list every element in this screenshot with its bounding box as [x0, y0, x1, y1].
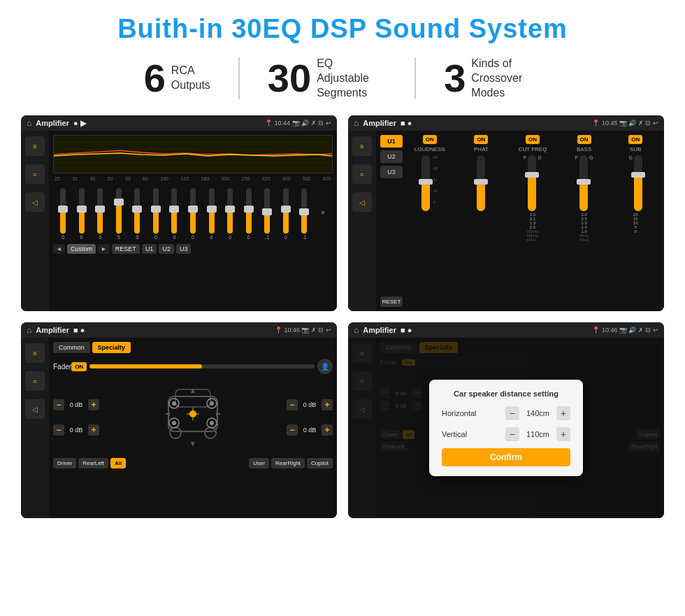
- fader-fl-minus[interactable]: −: [53, 399, 64, 410]
- cross-presets: U1 U2 U3 RESET: [380, 135, 403, 307]
- eq-wave-btn[interactable]: ≈: [25, 164, 45, 184]
- fader-rl-plus[interactable]: +: [88, 424, 99, 436]
- svg-point-7: [205, 427, 216, 438]
- cross-phat-slider[interactable]: [477, 155, 485, 211]
- eq-slider-14[interactable]: -1: [296, 188, 313, 240]
- fader-rearright-btn[interactable]: RearRight: [271, 458, 305, 468]
- fader-speaker-btn[interactable]: ◁: [25, 399, 45, 419]
- cross-loudness-toggle[interactable]: ON: [423, 135, 437, 144]
- fader-rearleft-btn[interactable]: RearLeft: [78, 458, 108, 468]
- stat-crossover-text: Kinds ofCrossover Modes: [471, 57, 541, 100]
- eq-slider-3[interactable]: 0: [92, 188, 109, 240]
- fader-fl-plus[interactable]: +: [88, 399, 99, 410]
- eq-slider-7[interactable]: 0: [166, 188, 183, 240]
- fader-rl-minus[interactable]: −: [53, 424, 64, 436]
- cross-u1-btn[interactable]: U1: [380, 135, 403, 148]
- eq-speaker-btn[interactable]: ◁: [25, 192, 45, 212]
- fader-driver-btn[interactable]: Driver: [53, 458, 76, 468]
- cross-loudness: ON LOUDNESS 644832160: [405, 135, 454, 307]
- fader-status-icons: 📍 10:46 📷 ✗ ⊟ ↩: [275, 327, 331, 334]
- cross-loudness-slider1[interactable]: [421, 155, 430, 211]
- cross-sub-slider[interactable]: [634, 155, 642, 211]
- stat-crossover-number: 3: [444, 59, 466, 98]
- fader-rr-control: − 0 dB +: [287, 424, 333, 436]
- eq-u3-btn[interactable]: U3: [176, 244, 192, 254]
- cross-reset-btn[interactable]: RESET: [380, 296, 403, 307]
- cross-bass-slider[interactable]: [579, 155, 588, 211]
- cross-home-icon: ⌂: [354, 118, 359, 128]
- eq-more-btn[interactable]: »: [314, 208, 331, 216]
- fader-status-bar: ⌂ Amplifier ■ ● 📍 10:46 📷 ✗ ⊟ ↩: [21, 322, 337, 338]
- svg-point-6: [170, 427, 181, 438]
- eq-status-icons: 📍 10:44 📷 🔊 ✗ ⊟ ↩: [265, 120, 331, 127]
- eq-slider-1[interactable]: 0: [55, 188, 72, 240]
- crossover-screen-box: ⌂ Amplifier ■ ● 📍 10:45 📷 🔊 ✗ ⊟ ↩ ≡ ≈ ◁ …: [348, 115, 664, 311]
- fader-app-title: Amplifier ■ ●: [36, 326, 271, 334]
- cross-sub-toggle[interactable]: ON: [628, 135, 642, 144]
- cross-u2-btn[interactable]: U2: [380, 150, 403, 163]
- fader-user-btn[interactable]: User: [249, 458, 269, 468]
- dist-confirm-btn[interactable]: Confirm: [442, 448, 570, 466]
- fader-rl-control: − 0 dB +: [53, 424, 99, 436]
- svg-marker-22: [216, 412, 221, 416]
- fader-tab-specialty[interactable]: Specialty: [92, 342, 131, 353]
- cross-phat-toggle[interactable]: ON: [474, 135, 488, 144]
- dist-vertical-row: Vertical − 110cm +: [442, 427, 570, 441]
- eq-prev-btn[interactable]: ◄: [53, 244, 65, 254]
- screenshots-grid: ⌂ Amplifier ● ▶ 📍 10:44 📷 🔊 ✗ ⊟ ↩ ≡ ≈ ◁: [21, 115, 664, 518]
- fader-fr-minus[interactable]: −: [287, 399, 298, 410]
- dist-h-plus[interactable]: +: [556, 406, 570, 420]
- cross-bass-toggle[interactable]: ON: [577, 135, 591, 144]
- fader-tab-common[interactable]: Common: [53, 342, 90, 353]
- fader-fr-plus[interactable]: +: [322, 399, 333, 410]
- crossover-content: ≡ ≈ ◁ U1 U2 U3 RESET ON: [348, 131, 664, 311]
- eq-next-btn[interactable]: ►: [98, 244, 110, 254]
- eq-slider-13[interactable]: 0: [277, 188, 294, 240]
- eq-slider-5[interactable]: 0: [129, 188, 146, 240]
- eq-slider-12[interactable]: -1: [259, 188, 276, 240]
- eq-slider-11[interactable]: 0: [240, 188, 257, 240]
- eq-slider-6[interactable]: 0: [147, 188, 165, 240]
- eq-home-icon: ⌂: [27, 118, 31, 128]
- svg-point-9: [172, 401, 176, 406]
- stat-rca-text: RCAOutputs: [171, 64, 210, 93]
- eq-slider-2[interactable]: 0: [73, 188, 91, 240]
- svg-point-11: [210, 401, 214, 406]
- dist-v-plus[interactable]: +: [556, 427, 570, 441]
- eq-slider-10[interactable]: 0: [222, 188, 239, 240]
- cross-wave-btn[interactable]: ≈: [352, 164, 372, 184]
- eq-slider-4[interactable]: 5: [110, 188, 128, 240]
- fader-rr-plus[interactable]: +: [322, 424, 333, 436]
- page-container: Buith-in 30EQ DSP Sound System 6 RCAOutp…: [0, 0, 685, 616]
- fader-fr-value: 0 dB: [300, 401, 319, 408]
- distance-screen-box: ⌂ Amplifier ■ ● 📍 10:46 📷 🔊 ✗ ⊟ ↩ ≡ ≈ ◁: [348, 322, 664, 518]
- fader-filter-btn[interactable]: ≡: [25, 343, 45, 363]
- eq-slider-8[interactable]: 0: [185, 188, 202, 240]
- eq-filter-btn[interactable]: ≡: [25, 136, 45, 156]
- dist-h-minus[interactable]: −: [505, 406, 519, 420]
- dist-speaker-btn: ◁: [352, 399, 372, 419]
- cross-u3-btn[interactable]: U3: [380, 166, 403, 178]
- cross-speaker-btn[interactable]: ◁: [352, 192, 372, 212]
- eq-reset-btn[interactable]: RESET: [112, 244, 140, 254]
- fader-rr-minus[interactable]: −: [287, 424, 298, 436]
- dist-v-minus[interactable]: −: [505, 427, 519, 441]
- fader-main-area: Common Specialty Fader ON 👤: [49, 338, 337, 518]
- dist-status-icons: 📍 10:46 📷 🔊 ✗ ⊟ ↩: [592, 327, 658, 334]
- cross-cutfreq: ON CUT FREQ F G 3.02.11.30.5: [508, 135, 557, 307]
- eq-slider-9[interactable]: 0: [203, 188, 220, 240]
- eq-custom-btn[interactable]: Custom: [67, 244, 96, 254]
- eq-app-title: Amplifier ● ▶: [36, 119, 261, 128]
- fader-all-btn[interactable]: All: [110, 458, 126, 468]
- fader-tabs: Common Specialty: [53, 342, 333, 353]
- fader-wave-btn[interactable]: ≈: [25, 371, 45, 391]
- fader-diagram: − 0 dB + − 0 dB +: [53, 380, 333, 455]
- fader-copilot-btn[interactable]: Copilot: [307, 458, 333, 468]
- eq-u1-btn[interactable]: U1: [142, 244, 157, 254]
- fader-on-toggle[interactable]: ON: [71, 362, 87, 371]
- fader-fr-control: − 0 dB +: [287, 399, 333, 410]
- cross-cutfreq-slider[interactable]: [528, 155, 536, 211]
- eq-u2-btn[interactable]: U2: [159, 244, 174, 254]
- cross-filter-btn[interactable]: ≡: [352, 136, 372, 156]
- cross-cutfreq-toggle[interactable]: ON: [526, 135, 540, 144]
